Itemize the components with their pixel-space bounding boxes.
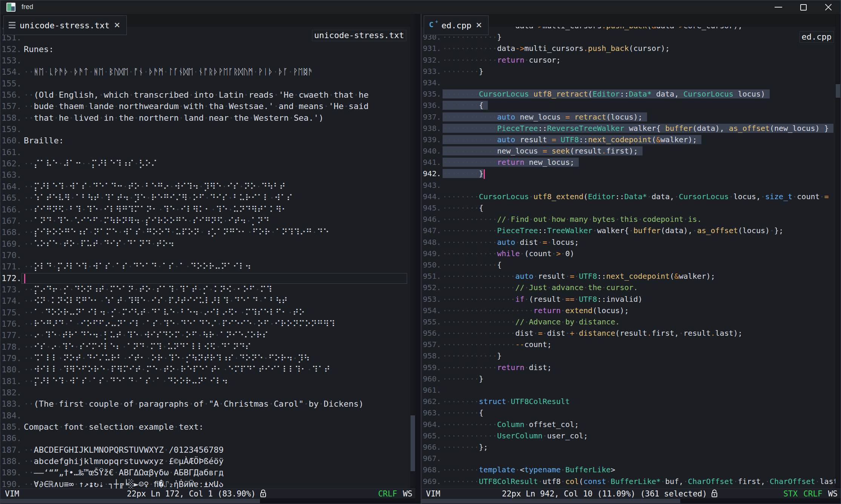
code-line-968[interactable]: 968.········template·<typename·BufferLik… [421, 464, 835, 475]
right-horizontal-scrollbar-thumb[interactable] [421, 499, 680, 503]
whitespace-dots: ················ [443, 329, 515, 338]
code-line-184[interactable]: 184. [0, 410, 410, 421]
code-line-961[interactable]: 961. [421, 384, 835, 396]
code-line-938[interactable]: 938.············PieceTree::ReverseTreeWa… [421, 123, 835, 134]
code-line-947[interactable]: 947.············PieceTree::TreeWalker·wa… [421, 225, 835, 236]
minimize-button[interactable] [766, 0, 791, 14]
right-vertical-scrollbar-thumb[interactable] [836, 84, 840, 98]
code-line-969[interactable]: 969.········UTF8ColResult·utf8·col(const… [421, 476, 835, 487]
code-line-946[interactable]: 946.············//·Find·out·how·many·byt… [421, 214, 835, 225]
pane-divider[interactable] [415, 14, 421, 504]
code-line-159[interactable]: 159. [0, 124, 410, 135]
code-line-967[interactable]: 967. [421, 453, 835, 464]
code-line-957[interactable]: 957.················--count; [421, 339, 835, 350]
code-line-943[interactable]: 943. [421, 180, 835, 191]
code-line-153[interactable]: 153. [0, 55, 410, 66]
code-line-937[interactable]: 937.············auto·new_locus·=·retract… [421, 111, 835, 123]
right-horizontal-scrollbar[interactable] [421, 498, 841, 504]
code-line-163[interactable]: 163. [0, 169, 410, 181]
right-code-area[interactable]: 929.················data->multi_cursors.… [421, 14, 835, 489]
code-line-152[interactable]: 152.Runes: [0, 44, 410, 55]
code-line-960[interactable]: 960.········} [421, 373, 835, 384]
code-line-164[interactable]: 164.··⡍⠜⠇⠑⠹·⠺⠁⠎·⠙⠑⠁⠙⠒·⠞⠕·⠃⠑⠛⠔·⠺⠊⠹⠲·⡹⠻⠑·⠊… [0, 181, 410, 192]
code-line-944[interactable]: 944.········CursorLocus·utf8_extend(Edit… [421, 191, 835, 202]
code-line-158[interactable]: 158.··that·he·lived·in·the·northern·land… [0, 112, 410, 124]
code-line-169[interactable]: 169.··⠡⠕⠎⠑·⠞⠕·⠏⠥⠞·⠙⠊⠎·⠙⠁⠝⠙·⠞⠕⠲ [0, 238, 410, 250]
left-vertical-scrollbar[interactable] [410, 14, 415, 489]
code-line-157[interactable]: 157.··bude·thaem·lande·northweardum·with… [0, 101, 410, 112]
code-line-178[interactable]: 178.··⠊⠎·⠔·⠹⠑·⠎⠊⠍⠊⠇⠑⠆·⠁⠝⠙·⠍⠹·⠥⠝⠙⠁⠇⠇⠪⠫·⠙⠁… [0, 341, 410, 353]
code-line-939[interactable]: 939.············auto·result·=·UTF8::next… [421, 134, 835, 145]
code-line-185[interactable]: 185.Compact·font·selection·example·text: [0, 421, 410, 433]
code-line-951[interactable]: 951.················auto·result·=·UTF8::… [421, 270, 835, 282]
code-line-176[interactable]: 176.··⠗⠑⠛⠜⠙·⠁·⠊⠕⠋⠋⠔⠤⠝⠁⠊⠇·⠁⠎·⠹⠑·⠙⠑⠁⠙⠑⠌·⠏⠊… [0, 318, 410, 330]
code-line-160[interactable]: 160.Braille: [0, 135, 410, 146]
code-line-188[interactable]: 188.··abcdefghijklmnopqrstuvwxyz·£©µÀÆÖÞ… [0, 456, 410, 467]
left-horizontal-scrollbar-thumb[interactable] [0, 499, 260, 503]
code-line-936[interactable]: 936.········{ [421, 100, 835, 111]
code-line-940[interactable]: 940.············new_locus·=·seek(result.… [421, 145, 835, 157]
code-line-953[interactable]: 953.················if·(result·==·UTF8::… [421, 293, 835, 305]
code-line-173[interactable]: 173.··⡍⠔⠙⠖·⡊·⠙⠕⠝⠰⠞·⠍⠑⠁⠝·⠞⠕·⠎⠁⠹·⠹⠁⠞·⡊·⠅⠝⠪… [0, 284, 410, 295]
code-line-181[interactable]: 181.··⡍⠜⠇⠑⠹·⠺⠁⠎·⠁⠎·⠙⠑⠁⠙·⠁⠎·⠁·⠙⠕⠕⠗⠤⠝⠁⠊⠇⠲ [0, 376, 410, 387]
left-vertical-scrollbar-thumb[interactable] [411, 415, 415, 471]
code-line-966[interactable]: 966.········}; [421, 441, 835, 453]
tab-ed-cpp[interactable]: C+ ed.cpp ✕ [424, 15, 489, 35]
code-line-949[interactable]: 949.············while·(count·>·0) [421, 248, 835, 259]
code-line-959[interactable]: 959.············return·dist; [421, 362, 835, 373]
code-line-954[interactable]: 954.····················return·extend(lo… [421, 305, 835, 316]
code-line-183[interactable]: 183.··(The·first·couple·of·paragraphs·of… [0, 398, 410, 410]
code-line-950[interactable]: 950.············{ [421, 259, 835, 270]
whitespace-dots: · [141, 319, 146, 329]
code-line-948[interactable]: 948.············auto·dist·=·locus; [421, 237, 835, 248]
code-line-166[interactable]: 166.··⠎⠊⠛⠝⠫·⠃⠹·⠹⠑·⠊⠇⠻⠛⠹⠍⠁⠝⠂·⠹⠑·⠊⠇⠻⠅⠂·⠹⠑·… [0, 204, 410, 215]
code-line-187[interactable]: 187.··ABCDEFGHIJKLMNOPQRSTUVWXYZ·/012345… [0, 444, 410, 456]
whitespace-dots: · [229, 113, 234, 123]
code-line-170[interactable]: 170. [0, 250, 410, 261]
code-line-955[interactable]: 955.················//·Advance·by·distan… [421, 316, 835, 327]
code-line-165[interactable]: 165.··⠱⠁⠞⠑⠧⠻·⠁⠃⠳⠞·⠹⠁⠞⠲·⡹⠑·⠗⠑⠛⠊⠌⠻·⠕⠋·⠙⠊⠎·… [0, 192, 410, 204]
code-line-175[interactable]: 175.··⠁·⠙⠕⠕⠗⠤⠝⠁⠊⠇⠲·⡊·⠍⠊⠣⠞·⠙⠁⠧⠑·⠃⠑⠲·⠔⠊⠇⠔⠫… [0, 307, 410, 318]
code-line-963[interactable]: 963.········{ [421, 407, 835, 418]
code-line-934[interactable]: 934. [421, 77, 835, 88]
maximize-button[interactable] [791, 0, 816, 14]
tab-unicode-stress[interactable]: unicode-stress.txt ✕ [3, 15, 127, 35]
code-line-942[interactable]: 942.········} [421, 168, 835, 179]
code-line-182[interactable]: 182. [0, 387, 410, 398]
code-line-189[interactable]: 189.··–—‘“”„†•…‰™œŠŸž€·ΑΒΓΔΩαβγδω·АБВГДа… [0, 467, 410, 478]
left-code-area[interactable]: 150.··ተንኮለኛ·በግብሩ·ይታወቃል።151.152.Runes:153… [0, 14, 410, 489]
code-line-161[interactable]: 161. [0, 147, 410, 158]
code-line-186[interactable]: 186. [0, 433, 410, 444]
code-line-177[interactable]: 177.··⠔·⠹⠑·⠞⠗⠁⠙⠑⠲·⡃⠥⠞·⠹⠑·⠺⠊⠎⠙⠕⠍·⠕⠋·⠳⠗·⠁⠝… [0, 330, 410, 341]
tab-close-icon[interactable]: ✕ [114, 21, 120, 30]
code-line-172[interactable]: 172. [0, 273, 410, 284]
code-line-180[interactable]: 180.··⠺⠊⠇⠇·⠹⠻⠑⠋⠕⠗⠑·⠏⠻⠍⠊⠞·⠍⠑·⠞⠕·⠗⠑⠏⠑⠁⠞⠂·⠑… [0, 364, 410, 375]
code-line-952[interactable]: 952.················//·Just·advance·the·… [421, 282, 835, 293]
code-line-964[interactable]: 964.············Column·offset_col; [421, 419, 835, 430]
code-line-154[interactable]: 154.··ᚻᛖ·ᚳᚹᚫᚦ·ᚦᚫᛏ·ᚻᛖ·ᛒᚢᛞᛖ·ᚩᚾ·ᚦᚫᛗ·ᛚᚪᚾᛞᛖ·ᚾ… [0, 66, 410, 78]
code-line-956[interactable]: 956.················dist·=·dist·+·distan… [421, 327, 835, 339]
code-line-179[interactable]: 179.··⠩⠁⠇⠇·⠝⠕⠞·⠙⠊⠌⠥⠗⠃·⠊⠞⠂·⠕⠗·⠹⠑·⡊⠳⠝⠞⠗⠹⠰⠎… [0, 353, 410, 364]
code-line-156[interactable]: 156.··(Old·English,·which·transcribed·in… [0, 89, 410, 101]
tab-close-icon[interactable]: ✕ [475, 21, 482, 30]
code-line-162[interactable]: 162.··⡌⠁⠧⠑·⠼⠁⠒··⡍⠜⠇⠑⠹⠰⠎·⡣⠕⠌ [0, 158, 410, 169]
code-line-941[interactable]: 941.············return·new_locus; [421, 157, 835, 168]
code-line-171[interactable]: 171.··⡕⠇⠙·⡍⠜⠇⠑⠹·⠺⠁⠎·⠁⠎·⠙⠑⠁⠙·⠁⠎·⠁·⠙⠕⠕⠗⠤⠝⠁… [0, 261, 410, 272]
code-line-167[interactable]: 167.··⠁⠝⠙·⠹⠑·⠡⠊⠑⠋·⠍⠳⠗⠝⠻⠲·⡎⠊⠗⠕⠕⠛⠑·⠎⠊⠛⠝⠫·⠊… [0, 215, 410, 227]
code-line-935[interactable]: 935.········CursorLocus·utf8_retract(Edi… [421, 88, 835, 100]
code-line-962[interactable]: 962.········struct·UTF8ColResult [421, 396, 835, 407]
code-line-965[interactable]: 965.············UserColumn·user_col; [421, 430, 835, 441]
code-line-168[interactable]: 168.··⡎⠊⠗⠕⠕⠛⠑⠰⠎·⠝⠁⠍⠑·⠺⠁⠎·⠛⠕⠕⠙·⠥⠏⠕⠝·⠰⡡⠁⠝⠛… [0, 227, 410, 238]
close-button[interactable] [816, 0, 841, 14]
code-line-174[interactable]: 174.··⠪⠝·⠅⠝⠪⠇⠫⠛⠑⠂·⠱⠁⠞·⠹⠻⠑·⠊⠎·⠏⠜⠞⠊⠊⠥⠇⠜⠇⠹·… [0, 295, 410, 307]
code-line-945[interactable]: 945.········{ [421, 202, 835, 214]
code-line-931[interactable]: 931.············data->multi_cursors.push… [421, 43, 835, 54]
left-horizontal-scrollbar[interactable] [0, 498, 415, 504]
right-vertical-scrollbar[interactable] [835, 14, 841, 489]
whitespace-dots: · [529, 89, 534, 98]
code-line-932[interactable]: 932.············return·cursor; [421, 54, 835, 66]
code-line-190[interactable]: 190.··∀∂∈ℝ∧∪≡∞·↑↗↨↻⇣·┐┼╔╘░►☺♀·ﬁ�⑀₂ἠḂӥẄɐː… [0, 479, 410, 489]
code-line-155[interactable]: 155. [0, 78, 410, 89]
code-line-933[interactable]: 933.········} [421, 66, 835, 77]
code-line-958[interactable]: 958.············} [421, 350, 835, 361]
